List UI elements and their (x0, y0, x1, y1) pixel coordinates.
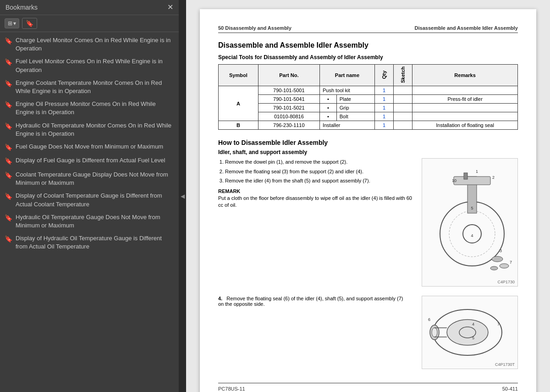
bookmark-icon: 🔖 (5, 100, 12, 110)
steps-content: Remove the dowel pin (1), and remove the… (218, 158, 412, 287)
document-panel[interactable]: 50 Disassembly and Assembly Disassemble … (186, 0, 550, 392)
list-item[interactable]: 🔖 Engine Coolant Temperature Monitor Com… (0, 77, 179, 98)
qty: 1 (374, 112, 393, 121)
bookmark-icon: 🔖 (5, 192, 12, 201)
collapse-panel-button[interactable]: ◀ (179, 0, 186, 392)
table-row: A 790-101-5001 Push tool kit 1 (219, 86, 518, 95)
bookmark-label: Fuel Gauge Does Not Move from Minimum or… (16, 143, 174, 151)
chevron-left-icon: ◀ (181, 193, 185, 199)
steps-and-image-section: Remove the dowel pin (1), and remove the… (218, 158, 518, 287)
parts-table: Symbol Part No. Part name Qty Sketch Rem… (218, 64, 518, 130)
svg-rect-8 (464, 173, 468, 179)
svg-rect-4 (454, 177, 490, 185)
part-no: 790-101-5041 (258, 95, 319, 104)
bookmarks-title: Bookmarks (6, 4, 38, 11)
svg-text:7: 7 (510, 260, 512, 265)
remarks (412, 104, 518, 112)
remarks (412, 86, 518, 95)
svg-point-20 (432, 328, 437, 337)
sketch (394, 121, 412, 130)
svg-text:4: 4 (471, 233, 473, 238)
qty: 1 (374, 104, 393, 112)
dot: • (319, 112, 336, 121)
table-header-remarks: Remarks (412, 65, 518, 86)
section-title: Disassemble and Assemble Idler Assembly (218, 41, 518, 50)
bookmark-add-button[interactable]: 🔖 (22, 18, 37, 29)
part-name: Grip (336, 104, 374, 112)
table-row: 790-101-5021 • Grip 1 (219, 104, 518, 112)
document-page: 50 Disassembly and Assembly Disassemble … (200, 9, 536, 392)
bookmark-label: Coolant Temperature Gauge Display Does N… (16, 171, 174, 187)
table-header-sketch: Sketch (394, 65, 412, 86)
svg-text:4: 4 (472, 322, 474, 326)
part-no: 790-101-5001 (258, 86, 319, 95)
qty: 1 (374, 86, 393, 95)
qty: 1 (374, 121, 393, 130)
image-label-1: C4P1730 (497, 280, 515, 284)
bookmarks-list: 🔖 Charge Level Monitor Comes On in Red W… (0, 32, 179, 392)
bookmark-label: Charge Level Monitor Comes On in Red Whi… (16, 36, 174, 53)
table-row: 01010-80816 • Bolt 1 (219, 112, 518, 121)
table-header-partno: Part No. (258, 65, 319, 86)
bookmark-label: Hydraulic Oil Temperature Gauge Does Not… (16, 213, 174, 230)
sketch (394, 86, 412, 95)
dot: • (319, 95, 336, 104)
bookmark-icon: 🔖 (26, 20, 33, 27)
svg-text:6: 6 (428, 317, 430, 322)
step-2: Remove the floating seal (3) from the su… (225, 168, 412, 176)
list-item[interactable]: 🔖 Coolant Temperature Gauge Display Does… (0, 168, 179, 189)
svg-text:2: 2 (492, 175, 495, 180)
remark-text: Put a cloth on the floor before disassem… (218, 195, 412, 209)
svg-text:7: 7 (497, 322, 500, 326)
list-item[interactable]: 🔖 Fuel Level Monitor Comes On in Red Whi… (0, 55, 179, 76)
list-item[interactable]: 🔖 Hydraulic Oil Temperature Gauge Does N… (0, 211, 179, 232)
close-button[interactable]: ✕ (167, 4, 173, 11)
table-header-qty: Qty (374, 65, 393, 86)
part-no: 790-101-5021 (258, 104, 319, 112)
svg-point-5 (492, 256, 503, 262)
table-row: B 796-230-1110 Installer 1 Installation … (219, 121, 518, 130)
bookmark-icon: 🔖 (5, 214, 12, 223)
list-item[interactable]: 🔖 Display of Fuel Gauge is Different fro… (0, 154, 179, 168)
remarks: Installation of floating seal (412, 121, 518, 130)
bookmark-icon: 🔖 (5, 122, 12, 131)
idler-diagram-2: 6 4 5 7 C4P1730T (422, 296, 518, 369)
step-1: Remove the dowel pin (1), and remove the… (225, 158, 412, 166)
symbol-b: B (219, 121, 258, 130)
bookmark-icon: 🔖 (5, 79, 12, 88)
part-name: Plate (336, 95, 374, 104)
step-list: Remove the dowel pin (1), and remove the… (225, 158, 412, 185)
bookmark-label: Display of Hydraulic Oil Temperature Gau… (16, 234, 174, 251)
list-item[interactable]: 🔖 Fuel Gauge Does Not Move from Minimum … (0, 140, 179, 155)
page-header-right: Disassemble and Assemble Idler Assembly (415, 25, 518, 31)
bookmark-label: Hydraulic Oil Temperature Monitor Comes … (16, 121, 174, 138)
bookmark-label: Engine Oil Pressure Monitor Comes On in … (16, 100, 174, 116)
remarks (412, 112, 518, 121)
layout-button[interactable]: ⊞ ▾ (5, 18, 19, 28)
remark-label: REMARK (218, 188, 412, 194)
idler-diagram-2-svg: 6 4 5 7 (426, 300, 513, 364)
page-header-left: 50 Disassembly and Assembly (218, 25, 292, 31)
bookmark-label: Fuel Level Monitor Comes On in Red While… (16, 57, 174, 74)
page-footer: PC78US-11 50-411 (218, 383, 518, 392)
bookmark-icon: 🔖 (5, 37, 12, 46)
bookmarks-toolbar: ⊞ ▾ 🔖 (0, 15, 179, 32)
svg-point-6 (500, 264, 509, 268)
list-item[interactable]: 🔖 Hydraulic Oil Temperature Monitor Come… (0, 119, 179, 140)
list-item[interactable]: 🔖 Display of Coolant Temperature Gauge i… (0, 189, 179, 210)
bookmark-label: Engine Coolant Temperature Monitor Comes… (16, 79, 174, 95)
table-header-partname: Part name (319, 65, 374, 86)
symbol-a: A (219, 86, 258, 121)
list-item[interactable]: 🔖 Display of Hydraulic Oil Temperature G… (0, 232, 179, 253)
part-name: Installer (319, 121, 374, 130)
dot: • (319, 104, 336, 112)
bookmark-icon: 🔖 (5, 58, 12, 67)
table-row: 790-101-5041 • Plate 1 Press-fit of idle… (219, 95, 518, 104)
svg-text:10: 10 (452, 178, 456, 183)
bookmarks-header: Bookmarks ✕ (0, 0, 179, 15)
list-item[interactable]: 🔖 Charge Level Monitor Comes On in Red W… (0, 34, 179, 55)
sketch (394, 112, 412, 121)
image-label-2: C4P1730T (495, 362, 515, 367)
svg-point-7 (490, 266, 498, 270)
list-item[interactable]: 🔖 Engine Oil Pressure Monitor Comes On i… (0, 98, 179, 119)
